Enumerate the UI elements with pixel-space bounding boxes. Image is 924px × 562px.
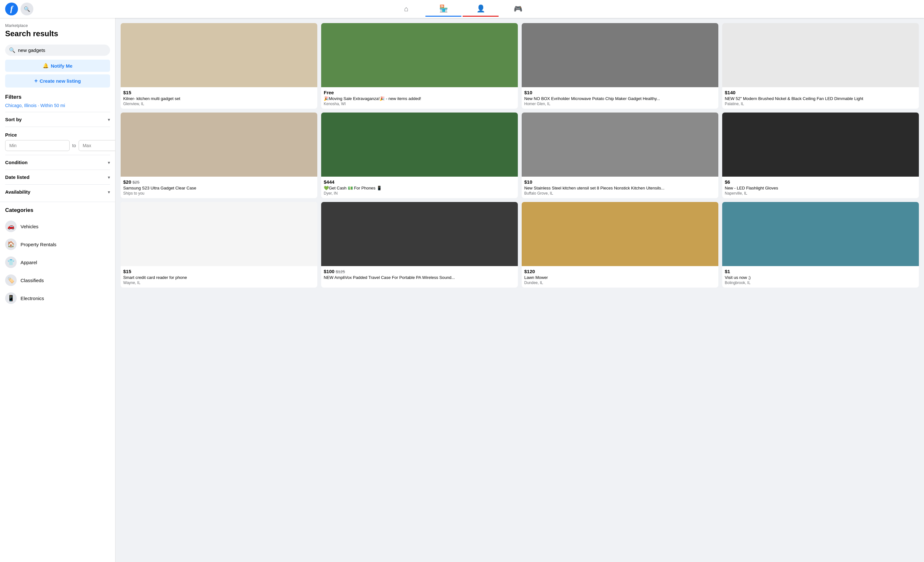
- marketplace-nav-icon: 🏪: [439, 4, 448, 13]
- category-icon-vehicles: 🚗: [5, 221, 16, 232]
- listing-info: $10 New NO BOX Evriholder Microwave Pota…: [522, 87, 718, 109]
- filters-title: Filters: [5, 94, 110, 100]
- price-max-input[interactable]: [79, 140, 116, 151]
- category-label-electronics: Electronics: [21, 296, 44, 301]
- category-icon-classifieds: 🏷️: [5, 274, 16, 286]
- listing-title: Samsung S23 Ultra Gadget Clear Case: [123, 185, 315, 190]
- search-icon: 🔍: [24, 6, 30, 12]
- listing-title: Visit us now ;): [725, 275, 916, 280]
- listing-title: NEW 52" Modern Brushed Nickel & Black Ce…: [725, 96, 916, 101]
- profile-nav-icon: 👤: [476, 4, 485, 13]
- breadcrumb: Marketplace: [5, 23, 110, 28]
- listing-info: $15 Kilner- kitchen multi gadget set Gle…: [121, 87, 317, 109]
- categories-section: Categories 🚗 Vehicles 🏠 Property Rentals…: [0, 202, 115, 312]
- listing-title: 🎉Moving Sale Extravaganza!🎉 - new items …: [324, 96, 515, 101]
- create-listing-button[interactable]: + Create new listing: [5, 75, 110, 88]
- listing-card[interactable]: $100$125 NEW AmpliVox Padded Travel Case…: [321, 202, 518, 288]
- listing-card[interactable]: $10 New Stainless Steel kitchen utensil …: [522, 112, 718, 198]
- page-title: Search results: [5, 29, 110, 38]
- listing-title: NEW AmpliVox Padded Travel Case For Port…: [324, 275, 515, 280]
- nav-profile[interactable]: 👤: [463, 1, 499, 16]
- plus-icon: +: [34, 78, 38, 84]
- listing-location: Ships to you: [123, 191, 315, 196]
- listing-location: Buffalo Grove, IL: [524, 191, 716, 196]
- category-item-property-rentals[interactable]: 🏠 Property Rentals: [5, 235, 110, 253]
- listing-title: New - LED Flashlight Gloves: [725, 185, 916, 190]
- category-item-vehicles[interactable]: 🚗 Vehicles: [5, 217, 110, 235]
- listing-image: [321, 202, 518, 266]
- listing-card[interactable]: $15 Kilner- kitchen multi gadget set Gle…: [121, 23, 317, 109]
- date-listed-filter[interactable]: Date listed ▾: [5, 170, 110, 184]
- price-to-label: to: [72, 143, 76, 148]
- listing-info: $140 NEW 52" Modern Brushed Nickel & Bla…: [722, 87, 919, 109]
- location-filter[interactable]: Chicago, Illinois · Within 50 mi: [5, 103, 110, 108]
- price-min-input[interactable]: [5, 140, 70, 151]
- listing-card[interactable]: $120 Lawn Mower Dundee, IL: [522, 202, 718, 288]
- category-icon-apparel: 👕: [5, 257, 16, 268]
- listing-info: $20$25 Samsung S23 Ultra Gadget Clear Ca…: [121, 176, 317, 198]
- category-item-classifieds[interactable]: 🏷️ Classifieds: [5, 271, 110, 289]
- search-bar[interactable]: 🔍: [5, 45, 110, 56]
- nav-gaming[interactable]: 🎮: [500, 1, 536, 16]
- sidebar-header: Marketplace Search results: [0, 23, 115, 41]
- listing-location: Dundee, IL: [524, 281, 716, 285]
- search-button[interactable]: 🔍: [21, 3, 33, 15]
- listing-title: Smart credit card reader for phone: [123, 275, 315, 280]
- search-bar-icon: 🔍: [9, 47, 15, 53]
- home-nav-icon: ⌂: [404, 5, 408, 13]
- price-range: to: [5, 138, 110, 155]
- listing-location: Wayne, IL: [123, 281, 315, 285]
- condition-filter[interactable]: Condition ▾: [5, 155, 110, 170]
- listings-grid: $15 Kilner- kitchen multi gadget set Gle…: [121, 23, 919, 288]
- category-item-apparel[interactable]: 👕 Apparel: [5, 253, 110, 271]
- sidebar: Marketplace Search results 🔍 🔔 Notify Me…: [0, 18, 116, 562]
- listing-location: Glenview, IL: [123, 102, 315, 106]
- listing-image: [321, 112, 518, 176]
- category-item-electronics[interactable]: 📱 Electronics: [5, 289, 110, 307]
- listing-info: Free 🎉Moving Sale Extravaganza!🎉 - new i…: [321, 87, 518, 109]
- listing-location: Naperville, IL: [725, 191, 916, 196]
- nav-home[interactable]: ⌂: [388, 1, 424, 16]
- top-nav: f 🔍 ⌂ 🏪 👤 🎮: [0, 0, 924, 18]
- listing-info: $100$125 NEW AmpliVox Padded Travel Case…: [321, 266, 518, 283]
- listing-card[interactable]: $1 Visit us now ;) Bolingbrook, IL: [722, 202, 919, 288]
- category-label-vehicles: Vehicles: [21, 224, 39, 229]
- availability-chevron-icon: ▾: [108, 190, 110, 194]
- listing-price: $1: [725, 269, 730, 274]
- listing-image: [522, 23, 718, 87]
- listing-price: $20$25: [123, 179, 140, 185]
- search-input[interactable]: [18, 48, 106, 53]
- listing-image: [722, 112, 919, 176]
- sort-by-chevron-icon: ▾: [108, 117, 110, 122]
- sort-by-filter[interactable]: Sort by ▾: [5, 112, 110, 127]
- notify-me-button[interactable]: 🔔 Notify Me: [5, 60, 110, 72]
- categories-list: 🚗 Vehicles 🏠 Property Rentals 👕 Apparel …: [5, 217, 110, 307]
- listing-price: $10: [524, 90, 532, 95]
- availability-filter[interactable]: Availability ▾: [5, 184, 110, 199]
- listing-price: $15: [123, 90, 131, 95]
- facebook-logo[interactable]: f: [5, 3, 18, 15]
- listing-card[interactable]: $140 NEW 52" Modern Brushed Nickel & Bla…: [722, 23, 919, 109]
- listing-card[interactable]: $10 New NO BOX Evriholder Microwave Pota…: [522, 23, 718, 109]
- listing-info: $444 💚Get Cash 💵 For Phones 📱 Dyer, IN: [321, 176, 518, 198]
- category-icon-property-rentals: 🏠: [5, 239, 16, 250]
- listing-title: Kilner- kitchen multi gadget set: [123, 96, 315, 101]
- listing-image: [522, 112, 718, 176]
- price-filter-section: Price to: [5, 127, 110, 155]
- listing-image: [121, 23, 317, 87]
- category-label-classifieds: Classifieds: [21, 278, 44, 283]
- nav-marketplace[interactable]: 🏪: [425, 1, 461, 16]
- date-listed-chevron-icon: ▾: [108, 175, 110, 180]
- category-label-property-rentals: Property Rentals: [21, 242, 57, 247]
- listing-location: Bolingbrook, IL: [725, 281, 916, 285]
- listing-card[interactable]: $6 New - LED Flashlight Gloves Napervill…: [722, 112, 919, 198]
- main-layout: Marketplace Search results 🔍 🔔 Notify Me…: [0, 18, 924, 562]
- listing-price: $10: [524, 179, 532, 185]
- listing-card[interactable]: Free 🎉Moving Sale Extravaganza!🎉 - new i…: [321, 23, 518, 109]
- listing-card[interactable]: $15 Smart credit card reader for phone W…: [121, 202, 317, 288]
- listing-card[interactable]: $444 💚Get Cash 💵 For Phones 📱 Dyer, IN: [321, 112, 518, 198]
- listing-location: Kenosha, WI: [324, 102, 515, 106]
- category-icon-electronics: 📱: [5, 292, 16, 304]
- bell-icon: 🔔: [43, 63, 49, 69]
- listing-card[interactable]: $20$25 Samsung S23 Ultra Gadget Clear Ca…: [121, 112, 317, 198]
